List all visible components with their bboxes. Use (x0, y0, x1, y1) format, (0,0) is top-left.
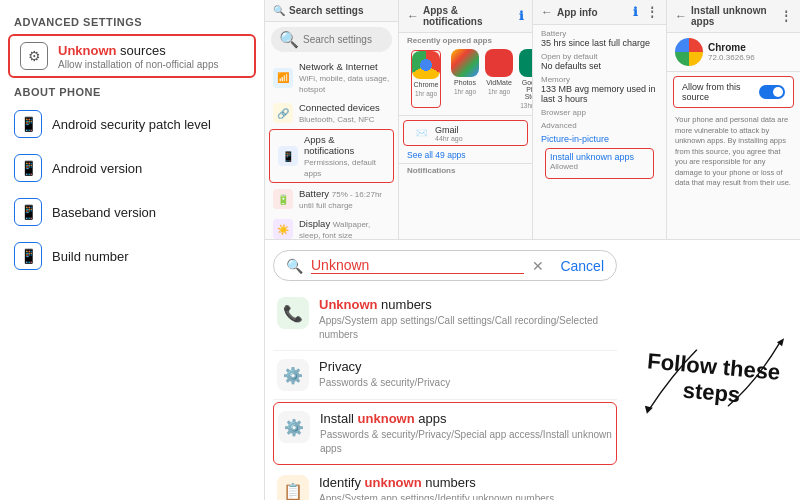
install-unknown-apps-result[interactable]: ⚙️ Install unknown apps Passwords & secu… (273, 402, 617, 465)
build-number-item[interactable]: 📱 Build number (0, 234, 264, 278)
privacy-icon: ⚙️ (277, 359, 309, 391)
privacy-subtitle: Passwords & security/Privacy (319, 376, 450, 390)
small-search-icon: 🔍 (279, 30, 299, 49)
toggle-switch[interactable] (759, 85, 785, 99)
unknown-numbers-result[interactable]: 📞 Unknown numbers Apps/System app settin… (273, 289, 617, 351)
android-patch-item[interactable]: 📱 Android security patch level (0, 102, 264, 146)
svg-marker-0 (645, 406, 653, 414)
privacy-title: Privacy (319, 359, 450, 374)
recently-opened-label: Recently opened apps (399, 33, 532, 46)
unknown-sources-subtitle: Allow installation of non-official apps (58, 59, 218, 70)
left-panel: ADVANCED SETTINGS ⚙ Unknown sources Allo… (0, 0, 265, 500)
picture-in-picture-row: Picture-in-picture (541, 134, 658, 144)
install-panel-title: Install unknown apps (691, 5, 772, 27)
search-clear-button[interactable]: ✕ (532, 258, 544, 274)
bottom-row: 🔍 Unknown ✕ Cancel 📞 Unknown numbers App… (265, 240, 800, 500)
install-back-arrow[interactable]: ← (675, 9, 687, 23)
main-content-area: 🔍 Search settings 🔍 📶 Network & Internet… (265, 0, 800, 500)
gmail-list-item[interactable]: ✉️ Gmail 44hr ago (403, 120, 528, 146)
gplay-app-circle (519, 49, 533, 77)
app-info-header: ← App info ℹ ⋮ (533, 0, 666, 25)
install-unknown-inner: Install unknown apps Allowed (546, 149, 653, 174)
about-phone-header: ABOUT PHONE (0, 80, 264, 102)
install-unknown-description: Your phone and personal data are more vu… (667, 112, 800, 192)
network-text: Network & Internet WiFi, mobile, data us… (299, 61, 390, 94)
vidmate-app-time: 1hr ago (488, 88, 510, 95)
build-number-icon: 📱 (14, 242, 42, 270)
baseband-version-item[interactable]: 📱 Baseband version (0, 190, 264, 234)
android-patch-title: Android security patch level (52, 117, 211, 132)
install-dots[interactable]: ⋮ (780, 9, 792, 23)
build-number-title: Build number (52, 249, 129, 264)
connected-devices-menu-item[interactable]: 🔗 Connected devices Bluetooth, Cast, NFC (265, 98, 398, 128)
unknown-numbers-text: Unknown numbers Apps/System app settings… (319, 297, 613, 342)
identify-unknown-icon: 📋 (277, 475, 309, 500)
open-by-default-row: Open by default No defaults set (541, 52, 658, 71)
unknown-numbers-subtitle: Apps/System app settings/Call settings/C… (319, 314, 613, 342)
unknown-sources-title: Unknown sources (58, 43, 218, 58)
unknown-numbers-icon: 📞 (277, 297, 309, 329)
unknown-sources-text: Unknown sources Allow installation of no… (58, 43, 218, 70)
android-version-icon: 📱 (14, 154, 42, 182)
battery-icon: 🔋 (273, 189, 293, 209)
top-panels-row: 🔍 Search settings 🔍 📶 Network & Internet… (265, 0, 800, 240)
see-all-apps-link[interactable]: See all 49 apps (399, 147, 532, 163)
chrome-header-text: Chrome 72.0.3626.96 (708, 42, 755, 62)
install-unknown-panel: ← Install unknown apps ⋮ Chrome 72.0.362… (667, 0, 800, 239)
apps-notifications-panel: ← Apps & notifications ℹ Recently opened… (399, 0, 533, 239)
app-info-panel: ← App info ℹ ⋮ Battery 35 hrs since last… (533, 0, 667, 239)
chrome-app-time: 1hr ago (415, 90, 437, 97)
apps-icon: 📱 (278, 146, 298, 166)
vidmate-app-icon-item[interactable]: VidMate 1hr ago (485, 49, 513, 109)
network-icon: 📶 (273, 68, 293, 88)
gplay-app-name: Google Play Store (519, 79, 533, 100)
chrome-app-name: Chrome (414, 81, 439, 88)
apps-notifications-menu-item[interactable]: 📱 Apps & notifications Permissions, defa… (269, 129, 394, 183)
gplay-app-icon-item[interactable]: Google Play Store 13hr ago (519, 49, 533, 109)
photos-app-circle (451, 49, 479, 77)
install-unknown-icon: ⚙️ (278, 411, 310, 443)
chrome-version: 72.0.3626.96 (708, 53, 755, 62)
baseband-version-icon: 📱 (14, 198, 42, 226)
unknown-numbers-highlight: Unknown (319, 297, 378, 312)
app-info-icon[interactable]: ℹ (633, 5, 638, 19)
allow-from-source-toggle-row[interactable]: Allow from this source (673, 76, 794, 108)
gplay-app-time: 13hr ago (520, 102, 533, 109)
search-bar-small[interactable]: 🔍 (271, 27, 392, 52)
search-panel-title: Search settings (289, 5, 363, 16)
unknown-highlight: Unknown (58, 43, 117, 58)
unknown-numbers-title: Unknown numbers (319, 297, 613, 312)
install-unknown-text: Install unknown apps Passwords & securit… (320, 411, 612, 456)
search-cancel-button[interactable]: Cancel (560, 258, 604, 274)
divider1 (399, 115, 532, 116)
chrome-app-icon-item[interactable]: Chrome 1hr ago (411, 50, 441, 108)
install-unknown-apps-row[interactable]: Install unknown apps Allowed (545, 148, 654, 179)
android-version-item[interactable]: 📱 Android version (0, 146, 264, 190)
app-info-title: App info (557, 7, 598, 18)
identify-unknown-numbers-result[interactable]: 📋 Identify unknown numbers Apps/System a… (273, 467, 617, 500)
identify-unknown-highlight: unknown (365, 475, 422, 490)
baseband-version-text: Baseband version (52, 205, 156, 220)
android-version-title: Android version (52, 161, 142, 176)
battery-menu-item[interactable]: 🔋 Battery 75% - 16:27hr until full charg… (265, 184, 398, 214)
app-info-dots[interactable]: ⋮ (646, 5, 658, 19)
search-input-small[interactable] (303, 34, 384, 45)
network-menu-item[interactable]: 📶 Network & Internet WiFi, mobile, data … (265, 57, 398, 98)
app-icons-row: Chrome 1hr ago Photos 1hr ago VidMate 1h… (399, 46, 532, 112)
display-menu-item[interactable]: ☀️ Display Wallpaper, sleep, font size (265, 214, 398, 239)
apps-back-arrow[interactable]: ← (407, 9, 419, 23)
search-text: Unknown (311, 257, 524, 274)
baseband-version-title: Baseband version (52, 205, 156, 220)
privacy-result[interactable]: ⚙️ Privacy Passwords & security/Privacy (273, 351, 617, 400)
apps-panel-header: ← Apps & notifications ℹ (399, 0, 532, 33)
memory-info-row: Memory 133 MB avg memory used in last 3 … (541, 75, 658, 104)
bottom-search-panel: 🔍 Unknown ✕ Cancel 📞 Unknown numbers App… (265, 240, 625, 500)
android-version-text: Android version (52, 161, 142, 176)
photos-app-icon-item[interactable]: Photos 1hr ago (451, 49, 479, 109)
privacy-text: Privacy Passwords & security/Privacy (319, 359, 450, 390)
search-bar-large[interactable]: 🔍 Unknown ✕ Cancel (273, 250, 617, 281)
info-icon[interactable]: ℹ (519, 9, 524, 23)
app-info-back-arrow[interactable]: ← (541, 5, 553, 19)
unknown-sources-item[interactable]: ⚙ Unknown sources Allow installation of … (8, 34, 256, 78)
install-unknown-header: ← Install unknown apps ⋮ (667, 0, 800, 33)
